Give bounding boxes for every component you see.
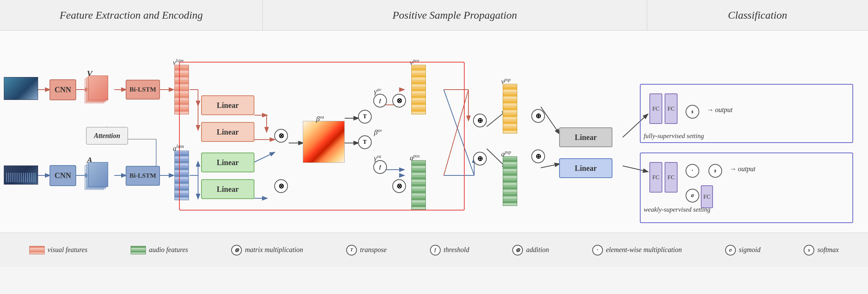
weakly-supervised-fc: FC FC xyxy=(649,162,678,193)
linear-3-box: Linear xyxy=(201,153,254,172)
legend-softmax-icon: s xyxy=(804,245,814,255)
transpose-circle-1: T xyxy=(358,110,372,124)
linear-1-label: Linear xyxy=(217,101,239,110)
fc-sigma: FC xyxy=(701,185,713,208)
dot-circle: · xyxy=(686,164,699,178)
header-feat-label: Feature Extraction and Encoding xyxy=(59,9,203,21)
vpsp-block xyxy=(503,84,517,133)
attention-heatmap xyxy=(303,121,345,163)
legend-sigmoid-label: sigmoid xyxy=(739,246,761,254)
legend-audio-label: audio features xyxy=(149,246,188,254)
apsp-label: apsp xyxy=(501,149,511,158)
bilstm-audio-label: Bi-LSTM xyxy=(129,172,156,180)
vpos-label: vpos xyxy=(410,58,419,67)
video-input xyxy=(4,77,38,100)
bilstm-video-label: Bi-LSTM xyxy=(129,86,156,93)
fc2-top: FC xyxy=(665,93,678,124)
svg-line-36 xyxy=(444,90,468,175)
legend-addition: ⊕ addition xyxy=(512,245,549,255)
beta-av-label: βav xyxy=(374,128,382,137)
header-prop-label: Positive Sample Propagation xyxy=(392,9,517,21)
legend-matrix-icon: ⊗ xyxy=(231,245,242,255)
linear-2-label: Linear xyxy=(217,128,239,137)
legend-audio-features: audio features xyxy=(131,246,188,254)
fc1-top: FC xyxy=(649,93,662,124)
legend-threshold: f threshold xyxy=(430,245,469,255)
linear-1-box: Linear xyxy=(201,95,254,115)
legend-elem-label: element-wise multiplication xyxy=(606,246,682,254)
vpos-block xyxy=(411,65,426,114)
output-bottom-label: → output xyxy=(729,165,756,173)
alstm-block xyxy=(174,151,189,200)
legend-visual-features: visual features xyxy=(29,246,88,254)
legend-matrix-mult: ⊗ matrix multiplication xyxy=(231,245,303,255)
mult-circle-apos: ⊗ xyxy=(392,179,406,193)
legend-sigmoid: σ sigmoid xyxy=(725,245,761,255)
matrix-mult-circle-2: ⊗ xyxy=(274,179,288,193)
linear-gray-box: Linear xyxy=(559,127,612,147)
header-propagation: Positive Sample Propagation xyxy=(263,0,647,30)
bilstm-video-block: Bi-LSTM xyxy=(126,80,160,100)
header-cls-label: Classification xyxy=(728,9,787,21)
mult-circle-vpos: ⊗ xyxy=(392,94,406,108)
legend-softmax-label: softmax xyxy=(817,246,839,254)
linear-gray-label: Linear xyxy=(575,133,597,142)
legend-transpose-label: transpose xyxy=(360,246,387,254)
legend-threshold-label: threshold xyxy=(444,246,469,254)
svg-line-22 xyxy=(254,153,274,162)
legend-addition-label: addition xyxy=(526,246,549,254)
legend-visual-icon xyxy=(29,246,45,254)
addition-psp-a: ⊕ xyxy=(531,149,545,163)
fc2-bottom: FC xyxy=(665,162,678,193)
cnn-video-block: CNN xyxy=(50,79,76,100)
vlstm-block xyxy=(174,65,189,114)
svg-line-40 xyxy=(541,164,559,168)
linear-blue-label: Linear xyxy=(575,164,597,173)
weakly-supervised-label: weakly-supervised setting xyxy=(644,206,710,214)
cnn-audio-block: CNN xyxy=(50,165,76,186)
fc-sigma-box: FC xyxy=(701,185,713,208)
apos-label: apos xyxy=(410,153,420,162)
legend-visual-label: visual features xyxy=(48,246,88,254)
beta-va-label: βva xyxy=(316,114,324,123)
softmax-circle-bottom: s xyxy=(708,164,722,178)
sigma-circle: σ xyxy=(686,189,699,202)
softmax-circle-top: s xyxy=(686,105,699,119)
vlstm-label: vlstm xyxy=(173,58,184,67)
cnn-video-label: CNN xyxy=(54,85,71,94)
fc1-bottom: FC xyxy=(649,162,662,193)
attention-block: Attention xyxy=(86,127,128,145)
legend-sigmoid-icon: σ xyxy=(725,245,736,255)
apsp-block xyxy=(503,156,517,206)
legend-transpose: T transpose xyxy=(346,245,387,255)
linear-4-label: Linear xyxy=(217,185,239,194)
linear-4-box: Linear xyxy=(201,179,254,199)
legend-softmax: s softmax xyxy=(804,245,839,255)
cnn-audio-label: CNN xyxy=(54,171,71,180)
matrix-mult-circle-1: ⊗ xyxy=(274,129,288,143)
gamma-av-label: γav xyxy=(374,87,381,96)
linear-3-label: Linear xyxy=(217,158,239,167)
header-feature-extraction: Feature Extraction and Encoding xyxy=(0,0,263,30)
legend-elem-icon: · xyxy=(592,245,603,255)
alstm-label: alstm xyxy=(173,144,184,153)
fully-supervised-fc: FC FC xyxy=(649,93,678,124)
diagram-area: CNN V Bi-LSTM Attention vlstm Linear Lin… xyxy=(0,31,868,267)
legend-addition-icon: ⊕ xyxy=(512,245,523,255)
apos-block xyxy=(411,160,426,210)
legend-elem-mult: · element-wise multiplication xyxy=(592,245,682,255)
attention-label: Attention xyxy=(94,132,120,140)
addition-circle-v: ⊕ xyxy=(473,114,487,127)
fully-supervised-label: fully-supervised setting xyxy=(644,132,704,140)
legend-threshold-icon: f xyxy=(430,245,441,255)
bilstm-audio-block: Bi-LSTM xyxy=(126,166,160,186)
legend-transpose-icon: T xyxy=(346,245,357,255)
gamma-va-label: γva xyxy=(374,154,381,162)
header-classification: Classification xyxy=(647,0,868,30)
addition-circle-a: ⊕ xyxy=(473,152,487,165)
svg-line-35 xyxy=(444,90,474,175)
transpose-circle-2: T xyxy=(358,135,372,149)
vpsp-label: vpsp xyxy=(501,77,511,86)
audio-input xyxy=(4,165,38,185)
addition-psp-v: ⊕ xyxy=(531,109,545,123)
